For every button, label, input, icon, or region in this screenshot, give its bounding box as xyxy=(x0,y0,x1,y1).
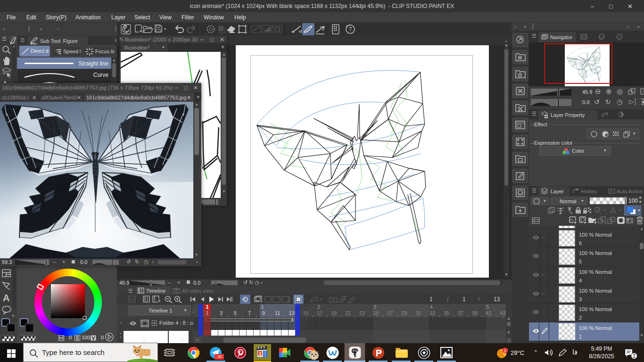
svg-text:1: 1 xyxy=(504,348,506,353)
svg-text:?: ? xyxy=(349,26,352,33)
svg-text:i: i xyxy=(619,34,620,39)
svg-text:3: 3 xyxy=(259,351,261,356)
